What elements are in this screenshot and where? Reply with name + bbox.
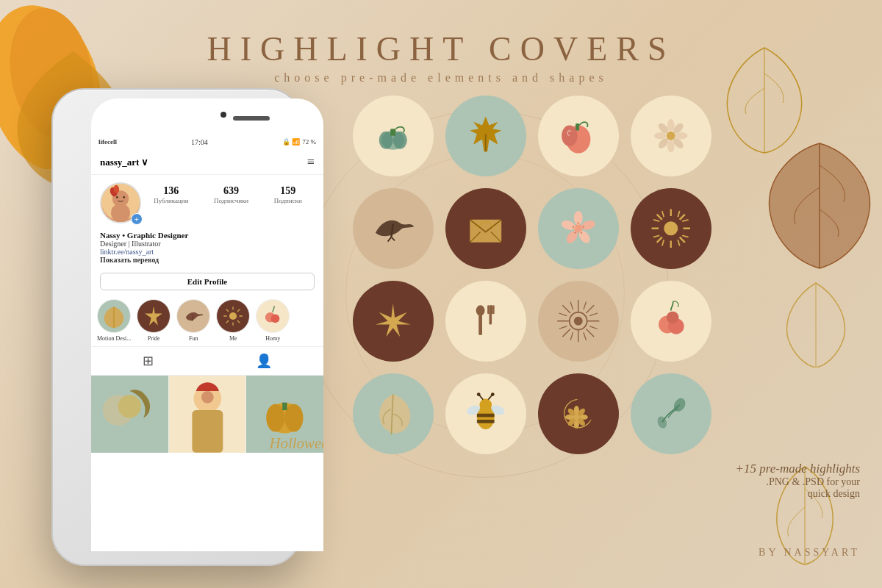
highlight-label-3: Fun [189,335,198,342]
highlight-label-1: Motion Desi... [97,335,131,342]
circle-apple [538,96,619,176]
profile-icon[interactable]: 👤 [256,353,272,369]
svg-point-14 [229,312,237,320]
svg-line-105 [589,313,598,316]
circle-pumpkin [353,96,434,176]
svg-line-108 [584,332,587,340]
circle-bird [353,188,434,269]
circle-maple-leaf [445,96,526,176]
svg-point-44 [667,119,675,132]
svg-line-74 [680,237,685,243]
time-text: 17:04 [191,138,208,146]
svg-point-111 [667,312,679,324]
svg-point-92 [574,317,583,326]
svg-point-62 [560,219,576,232]
svg-rect-88 [487,306,489,315]
svg-point-121 [477,392,481,396]
ig-bio: Nassy • Graphic Designer Designer | Illu… [91,228,323,268]
highlight-label-4: Me [229,335,237,342]
svg-point-26 [118,395,141,417]
svg-rect-42 [576,123,579,131]
svg-rect-115 [477,420,495,423]
phone-screen: lifecell 17:04 🔒 📶 72 % nassy_art ∨ ≡ [91,134,323,551]
title-section: HIGHLIGHT COVERS choose pre-made element… [207,29,675,85]
svg-line-84 [678,240,680,245]
ig-menu-icon[interactable]: ≡ [307,154,315,170]
ig-username: nassy_art ∨ [100,157,148,168]
phone-camera [220,112,226,118]
svg-point-63 [578,223,579,224]
leaf-right-brown-svg [764,140,875,272]
svg-rect-38 [390,129,395,136]
svg-point-24 [271,314,280,323]
svg-line-99 [587,306,595,314]
svg-line-22 [226,320,229,323]
svg-line-83 [662,240,664,245]
main-title: HIGHLIGHT COVERS [207,29,675,68]
ig-highlights: Motion Desi... Pride Fun [91,295,323,346]
highlight-item-3[interactable]: Fun [176,299,210,342]
add-story-button[interactable]: + [131,213,143,225]
circle-sun-rays [631,188,711,269]
svg-point-46 [675,132,688,140]
highlight-item-1[interactable]: Motion Desi... [97,299,131,342]
phone-outer: lifecell 17:04 🔒 📶 72 % nassy_art ∨ ≡ [51,88,301,566]
svg-line-79 [653,220,659,221]
info-line2: .PNG & .PSD for your [736,476,861,488]
svg-rect-90 [493,306,495,315]
grid-cell-2[interactable] [169,376,246,453]
svg-line-101 [570,302,573,310]
grid-cell-1[interactable] [91,376,168,453]
battery-text: 🔒 📶 72 % [282,138,316,146]
highlight-item-5[interactable]: Homy [256,299,290,342]
svg-line-106 [589,326,598,329]
circle-envelope [445,188,526,269]
edit-profile-button[interactable]: Edit Profile [100,273,315,290]
bio-translate[interactable]: Показать перевод [100,256,315,264]
phone-container: lifecell 17:04 🔒 📶 72 % nassy_art ∨ ≡ [22,88,331,573]
circle-empty [631,373,711,454]
svg-point-122 [491,392,495,396]
svg-point-68 [664,221,678,235]
carrier-text: lifecell [98,138,117,146]
svg-rect-33 [283,403,287,410]
circle-star [353,281,434,362]
svg-line-103 [559,313,567,316]
svg-point-41 [562,126,577,147]
highlight-circle-1 [97,299,131,333]
svg-line-81 [682,220,688,221]
highlight-circle-5 [256,299,290,333]
following-count: 159 Подписки [274,185,302,204]
highlight-circle-3 [176,299,210,333]
svg-point-10 [123,196,125,198]
highlight-label-5: Homy [265,335,280,342]
svg-point-43 [667,132,675,140]
svg-point-31 [267,404,285,432]
phone-speaker [233,116,270,121]
svg-point-8 [111,204,130,222]
avatar-container: + [100,182,141,223]
grid-cell-3[interactable]: Holloween [246,376,323,453]
leaf-lower-right-svg [779,279,853,368]
grid-icon[interactable]: ⊞ [143,353,154,369]
svg-rect-28 [192,410,223,453]
svg-line-100 [563,329,571,337]
highlight-circle-4 [216,299,250,333]
highlight-item-2[interactable]: Pride [137,299,171,342]
svg-line-76 [657,237,662,243]
highlight-item-4[interactable]: Me [216,299,250,342]
svg-point-116 [480,399,492,412]
bio-role: Designer | Illustrator [100,240,315,248]
bio-link[interactable]: linktr.ee/nassy_art [100,248,315,256]
svg-point-29 [201,391,214,404]
phone-notch [91,98,323,134]
svg-line-82 [682,236,688,237]
highlight-circle-2 [137,299,171,333]
svg-rect-114 [477,414,495,417]
circle-cherry-blossom [538,188,619,269]
svg-rect-86 [478,314,482,335]
circle-fork-spoon [445,281,526,362]
svg-line-73 [657,215,662,220]
svg-text:Holloween: Holloween [269,434,323,452]
svg-point-32 [285,404,304,432]
